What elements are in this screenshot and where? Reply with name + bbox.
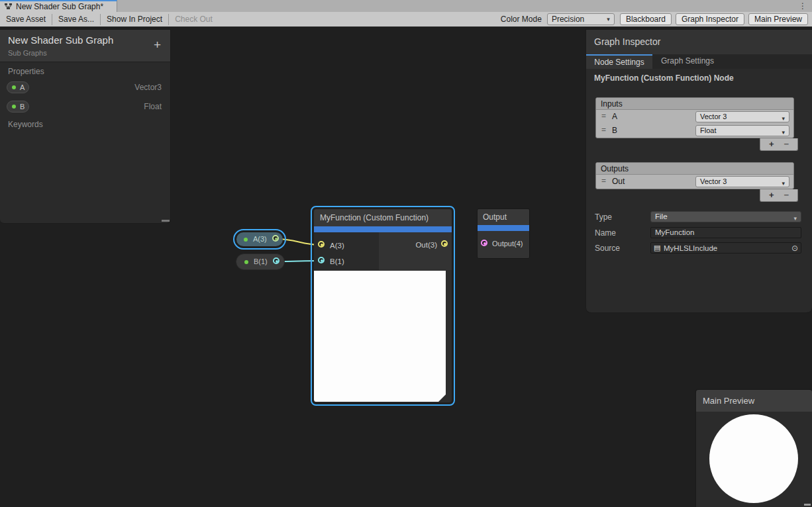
blackboard-property-a-type: Vector3 bbox=[134, 83, 162, 92]
outputs-list: Outputs = Out Vector 3 ▾ bbox=[595, 162, 794, 189]
blackboard-toggle-button[interactable]: Blackboard bbox=[620, 13, 672, 25]
output-out-name: Out bbox=[612, 177, 625, 186]
type-dropdown[interactable]: File ▾ bbox=[650, 211, 801, 222]
property-node-b[interactable]: B(1) bbox=[236, 254, 285, 270]
color-mode-dropdown[interactable]: Precision ▾ bbox=[547, 13, 615, 25]
preview-collapse-handle[interactable] bbox=[438, 394, 446, 402]
add-property-button[interactable]: + bbox=[154, 38, 161, 52]
blackboard-resize-handle[interactable] bbox=[162, 220, 170, 222]
myfunction-inputs-column bbox=[314, 232, 379, 270]
color-mode-label: Color Mode bbox=[497, 15, 547, 24]
outputs-list-header: Outputs bbox=[596, 163, 793, 175]
remove-input-button[interactable]: − bbox=[784, 139, 789, 149]
input-port-a[interactable] bbox=[318, 241, 325, 248]
input-port-b-label: B(1) bbox=[330, 257, 344, 265]
check-out-button: Check Out bbox=[169, 12, 219, 27]
graph-inspector-panel: Graph Inspector Node Settings Graph Sett… bbox=[585, 29, 812, 313]
inputs-list-footer: + − bbox=[760, 138, 798, 151]
myfunction-preview-area bbox=[314, 270, 452, 402]
property-node-a[interactable]: A(3) bbox=[233, 229, 286, 250]
source-value: MyHLSLInclude bbox=[664, 244, 717, 252]
remove-output-button[interactable]: − bbox=[784, 190, 789, 200]
chevron-down-icon: ▾ bbox=[607, 16, 610, 23]
inputs-list: Inputs = A Vector 3 ▾ = B Float ▾ bbox=[595, 97, 794, 138]
blackboard-property-a[interactable]: A bbox=[7, 81, 29, 93]
drag-handle-icon[interactable]: = bbox=[601, 176, 606, 185]
input-a-name: A bbox=[612, 112, 617, 121]
show-in-project-button[interactable]: Show In Project bbox=[101, 12, 168, 27]
inputs-row-a[interactable]: = A Vector 3 ▾ bbox=[596, 110, 793, 124]
object-picker-icon[interactable]: ⊙ bbox=[791, 244, 798, 253]
graph-inspector-toggle-button[interactable]: Graph Inspector bbox=[676, 13, 744, 25]
chevron-down-icon: ▾ bbox=[793, 214, 797, 224]
add-output-button[interactable]: + bbox=[769, 190, 774, 200]
properties-section-label: Properties bbox=[8, 67, 44, 76]
exposed-dot-icon bbox=[244, 238, 248, 242]
shader-graph-window: New Shader Sub Graph* ⋮ Save Asset Save … bbox=[0, 0, 812, 507]
save-asset-button[interactable]: Save Asset bbox=[0, 12, 52, 27]
graph-inspector-header[interactable]: Graph Inspector bbox=[586, 30, 812, 54]
myfunction-node-title[interactable]: MyFunction (Custom Function) bbox=[314, 209, 452, 226]
output-node[interactable]: Output Output(4) bbox=[477, 208, 530, 259]
tab-title: New Shader Sub Graph* bbox=[16, 2, 103, 11]
main-preview-header[interactable]: Main Preview bbox=[696, 390, 812, 412]
output-out-type-value: Vector 3 bbox=[700, 177, 727, 185]
input-a-type-value: Vector 3 bbox=[700, 113, 727, 120]
keywords-section-label: Keywords bbox=[8, 120, 43, 129]
output-node-ports: Output(4) bbox=[478, 231, 529, 258]
blackboard-header[interactable]: New Shader Sub Graph Sub Graphs + bbox=[0, 30, 170, 62]
blackboard-property-a-name: A bbox=[20, 83, 25, 91]
property-node-b-label: B(1) bbox=[254, 257, 268, 265]
tab-graph-settings[interactable]: Graph Settings bbox=[652, 54, 723, 69]
more-options-icon[interactable]: ⋮ bbox=[799, 0, 807, 12]
blackboard-property-b[interactable]: B bbox=[7, 101, 29, 113]
chevron-down-icon: ▾ bbox=[782, 114, 785, 124]
preview-sphere bbox=[709, 414, 798, 503]
property-node-a-label: A(3) bbox=[253, 235, 267, 243]
output-port-out[interactable] bbox=[441, 240, 448, 247]
tab-node-settings[interactable]: Node Settings bbox=[586, 54, 652, 69]
property-node-a-body: A(3) bbox=[236, 232, 283, 246]
property-b-output-port[interactable] bbox=[273, 257, 279, 264]
script-asset-icon: ▤ bbox=[654, 244, 660, 252]
output-node-title: Output bbox=[478, 209, 529, 225]
output-port-out-label: Out(3) bbox=[415, 241, 437, 249]
input-b-type-dropdown[interactable]: Float ▾ bbox=[695, 125, 789, 136]
input-a-type-dropdown[interactable]: Vector 3 ▾ bbox=[695, 111, 789, 122]
drag-handle-icon[interactable]: = bbox=[601, 125, 606, 134]
inputs-list-header: Inputs bbox=[596, 98, 793, 110]
save-as-button[interactable]: Save As... bbox=[52, 12, 100, 27]
name-field[interactable]: MyFunction bbox=[650, 227, 801, 238]
precision-accent-bar bbox=[314, 226, 452, 232]
inspector-tab-row: Node Settings Graph Settings bbox=[586, 54, 812, 69]
myfunction-ports: A(3) B(1) Out(3) bbox=[314, 232, 452, 270]
blackboard-panel: New Shader Sub Graph Sub Graphs + Proper… bbox=[0, 29, 171, 224]
main-preview-toggle-button[interactable]: Main Preview bbox=[748, 13, 808, 25]
output-input-port[interactable] bbox=[481, 240, 487, 246]
add-input-button[interactable]: + bbox=[769, 139, 774, 149]
inputs-row-b[interactable]: = B Float ▾ bbox=[596, 124, 793, 138]
myfunction-node[interactable]: MyFunction (Custom Function) A(3) B(1) O… bbox=[311, 206, 455, 406]
source-object-field[interactable]: ▤ MyHLSLInclude ⊙ bbox=[650, 242, 801, 254]
property-a-output-port[interactable] bbox=[272, 235, 279, 242]
main-preview-resize-handle[interactable] bbox=[804, 504, 811, 506]
myfunction-node-body: MyFunction (Custom Function) A(3) B(1) O… bbox=[314, 209, 452, 402]
outputs-row-out[interactable]: = Out Vector 3 ▾ bbox=[596, 175, 793, 189]
exposed-dot-icon bbox=[12, 85, 16, 89]
chevron-down-icon: ▾ bbox=[782, 128, 785, 138]
inspected-node-title: MyFunction (Custom Function) Node bbox=[594, 73, 734, 83]
output-out-type-dropdown[interactable]: Vector 3 ▾ bbox=[695, 176, 789, 187]
blackboard-title: New Shader Sub Graph bbox=[8, 34, 162, 46]
document-tab[interactable]: New Shader Sub Graph* bbox=[0, 0, 117, 12]
source-field-label: Source bbox=[595, 244, 620, 253]
toolbar: Save Asset Save As... Show In Project Ch… bbox=[0, 12, 812, 27]
input-b-type-value: Float bbox=[700, 126, 716, 134]
exposed-dot-icon bbox=[12, 105, 16, 109]
input-port-a-label: A(3) bbox=[330, 242, 344, 250]
main-preview-body[interactable] bbox=[696, 412, 812, 507]
blackboard-property-b-name: B bbox=[20, 103, 25, 111]
outputs-list-footer: + − bbox=[760, 189, 798, 202]
drag-handle-icon[interactable]: = bbox=[601, 111, 606, 120]
blackboard-subtitle: Sub Graphs bbox=[8, 49, 162, 57]
input-port-b[interactable] bbox=[318, 257, 325, 263]
